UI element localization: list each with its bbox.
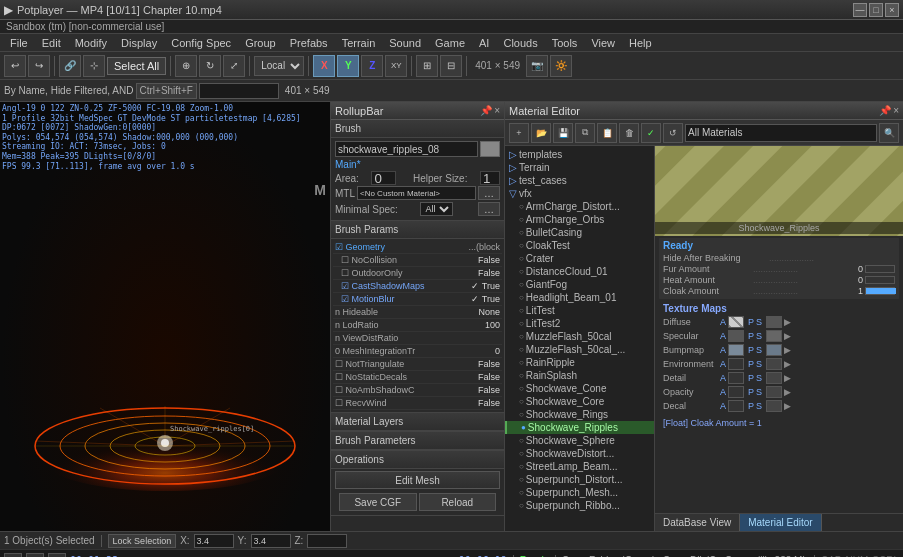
tree-item-streetlamp-beam[interactable]: ○ StreetLamp_Beam... xyxy=(505,460,654,473)
tree-item-distancecloud[interactable]: ○ DistanceCloud_01 xyxy=(505,265,654,278)
tree-item-shockwave-rings[interactable]: ○ Shockwave_Rings xyxy=(505,408,654,421)
tree-item-litTest[interactable]: ○ LitTest xyxy=(505,304,654,317)
menu-display[interactable]: Display xyxy=(115,35,163,51)
tab-database-view[interactable]: DataBase View xyxy=(655,514,740,532)
menu-config[interactable]: Config Spec xyxy=(165,35,237,51)
tree-item-litTest2[interactable]: ○ LitTest2 xyxy=(505,317,654,330)
tex-diffuse-swatch[interactable] xyxy=(728,316,744,328)
filter-input[interactable] xyxy=(199,83,279,99)
me-new-btn[interactable]: + xyxy=(509,123,529,143)
camera-button[interactable]: 📷 xyxy=(526,55,548,77)
y-coord-input[interactable] xyxy=(251,534,291,548)
material-editor-pin[interactable]: 📌 xyxy=(879,105,891,116)
material-editor-close[interactable]: × xyxy=(893,105,899,116)
tree-item-vfx[interactable]: ▽ vfx xyxy=(505,187,654,200)
rollupbar-close[interactable]: × xyxy=(494,105,500,116)
tree-item-armcharge-orbs[interactable]: ○ ArmCharge_Orbs xyxy=(505,213,654,226)
tex-opacity-color[interactable] xyxy=(766,386,782,398)
lock-selection-button[interactable]: Lock Selection xyxy=(108,534,177,548)
tree-item-shockwave-ripples[interactable]: ● Shockwave_Ripples xyxy=(505,421,654,434)
rotate-button[interactable]: ↻ xyxy=(199,55,221,77)
reload-button[interactable]: Reload xyxy=(419,493,497,511)
rollupbar-pin[interactable]: 📌 xyxy=(480,105,492,116)
menu-game[interactable]: Game xyxy=(429,35,471,51)
axis-z-button[interactable]: Z xyxy=(361,55,383,77)
render-button[interactable]: 🔆 xyxy=(550,55,572,77)
cloak-slider[interactable] xyxy=(865,287,895,295)
me-paste-btn[interactable]: 📋 xyxy=(597,123,617,143)
tree-item-rainsplash[interactable]: ○ RainSplash xyxy=(505,369,654,382)
tree-item-shockwave-sphere[interactable]: ○ Shockwave_Sphere xyxy=(505,434,654,447)
link-button[interactable]: 🔗 xyxy=(59,55,81,77)
minimize-button[interactable]: — xyxy=(853,3,867,17)
me-filter-input[interactable] xyxy=(685,124,877,142)
select-all-button[interactable]: Select All xyxy=(107,57,166,75)
tree-item-shockwave-distort[interactable]: ○ ShockwaveDistort... xyxy=(505,447,654,460)
area-input[interactable] xyxy=(371,171,396,185)
tree-item-shockwave-core[interactable]: ○ Shockwave_Core xyxy=(505,395,654,408)
tree-item-superpunch-distort[interactable]: ○ Superpunch_Distort... xyxy=(505,473,654,486)
me-copy-btn[interactable]: ⧉ xyxy=(575,123,595,143)
brush-section-header[interactable]: Brush xyxy=(331,120,504,138)
menu-modify[interactable]: Modify xyxy=(69,35,113,51)
tex-environment-color[interactable] xyxy=(766,358,782,370)
menu-sound[interactable]: Sound xyxy=(383,35,427,51)
me-reset-btn[interactable]: ↺ xyxy=(663,123,683,143)
operations-header[interactable]: Operations xyxy=(331,451,504,469)
menu-clouds[interactable]: Clouds xyxy=(497,35,543,51)
snap-button[interactable]: ⊞ xyxy=(416,55,438,77)
menu-ai[interactable]: AI xyxy=(473,35,495,51)
tex-detail-color[interactable] xyxy=(766,372,782,384)
tex-opacity-swatch[interactable] xyxy=(728,386,744,398)
axis-y-button[interactable]: Y xyxy=(337,55,359,77)
tex-specular-color[interactable] xyxy=(766,330,782,342)
tex-detail-swatch[interactable] xyxy=(728,372,744,384)
brush-color-swatch[interactable] xyxy=(480,141,500,157)
mtl-browse-btn[interactable]: … xyxy=(478,186,500,200)
scale-button[interactable]: ⤢ xyxy=(223,55,245,77)
tree-item-shockwave-cone[interactable]: ○ Shockwave_Cone xyxy=(505,382,654,395)
menu-view[interactable]: View xyxy=(585,35,621,51)
tree-item-muzzle50cal[interactable]: ○ MuzzleFlash_50cal xyxy=(505,330,654,343)
material-layers-header[interactable]: Material Layers xyxy=(331,413,504,431)
me-check-btn[interactable]: ✓ xyxy=(641,123,661,143)
menu-file[interactable]: File xyxy=(4,35,34,51)
play-button[interactable]: ▶ xyxy=(26,553,44,558)
undo-button[interactable]: ↩ xyxy=(4,55,26,77)
tree-item-muzzle50cal2[interactable]: ○ MuzzleFlash_50cal_... xyxy=(505,343,654,356)
edit-mesh-button[interactable]: Edit Mesh xyxy=(335,471,500,489)
menu-group[interactable]: Group xyxy=(239,35,282,51)
tex-decal-swatch[interactable] xyxy=(728,400,744,412)
tree-item-cloaktest[interactable]: ○ CloakTest xyxy=(505,239,654,252)
coord-system-dropdown[interactable]: Local xyxy=(254,56,304,76)
maximize-button[interactable]: □ xyxy=(869,3,883,17)
redo-button[interactable]: ↪ xyxy=(28,55,50,77)
x-coord-input[interactable] xyxy=(194,534,234,548)
tex-environment-swatch[interactable] xyxy=(728,358,744,370)
minimal-spec-btn[interactable]: … xyxy=(478,202,500,216)
axis-x-button[interactable]: X xyxy=(313,55,335,77)
menu-prefabs[interactable]: Prefabs xyxy=(284,35,334,51)
menu-tools[interactable]: Tools xyxy=(546,35,584,51)
me-open-btn[interactable]: 📂 xyxy=(531,123,551,143)
z-coord-input[interactable] xyxy=(307,534,347,548)
brush-params-header[interactable]: Brush Params xyxy=(331,221,504,239)
menu-help[interactable]: Help xyxy=(623,35,658,51)
me-search-btn[interactable]: 🔍 xyxy=(879,123,899,143)
tree-item-templates[interactable]: ▷ templates xyxy=(505,148,654,161)
tree-item-test-cases[interactable]: ▷ test_cases xyxy=(505,174,654,187)
tree-item-bulletcasing[interactable]: ○ BulletCasing xyxy=(505,226,654,239)
tree-item-armcharge-distort[interactable]: ○ ArmCharge_Distort... xyxy=(505,200,654,213)
material-tree[interactable]: ▷ templates ▷ Terrain ▷ test_cases ▽ vfx… xyxy=(505,146,655,531)
axis-xy-button[interactable]: XY xyxy=(385,55,407,77)
helper-input[interactable] xyxy=(480,171,500,185)
grid-button[interactable]: ⊟ xyxy=(440,55,462,77)
heat-slider[interactable] xyxy=(865,276,895,284)
menu-terrain[interactable]: Terrain xyxy=(336,35,382,51)
tex-decal-color[interactable] xyxy=(766,400,782,412)
play-prev-button[interactable]: ⏮ xyxy=(4,553,22,558)
tab-material-editor[interactable]: Material Editor xyxy=(740,514,821,532)
tex-bumpmap-color[interactable] xyxy=(766,344,782,356)
mtl-input[interactable] xyxy=(357,186,476,200)
save-cgf-button[interactable]: Save CGF xyxy=(339,493,417,511)
